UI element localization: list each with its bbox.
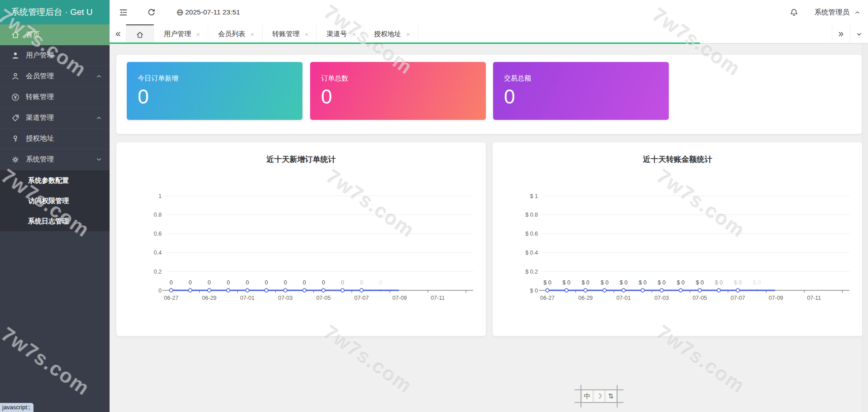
- tab-member-list[interactable]: 会员列表 ×: [208, 24, 263, 44]
- sidebar-item-auth-address[interactable]: 授权地址: [0, 128, 110, 149]
- svg-text:0: 0: [379, 279, 382, 286]
- chart-card-new-orders: 近十天新增订单统计 10.80.60.40.2006-2706-2907-010…: [116, 142, 486, 336]
- tabs-scroll-right-icon[interactable]: [832, 24, 850, 44]
- sidebar-item-label: 渠道管理: [26, 113, 54, 123]
- stat-value: 0: [504, 85, 515, 108]
- sidebar-item-users[interactable]: 用户管理: [0, 45, 110, 66]
- svg-text:07-03: 07-03: [278, 295, 293, 301]
- svg-text:$ 0: $ 0: [734, 279, 742, 286]
- tab-label: 渠道号: [326, 30, 347, 38]
- sidebar-item-label: 用户管理: [26, 51, 54, 60]
- swap-arrows-icon[interactable]: ⇅: [606, 390, 616, 402]
- svg-text:0: 0: [360, 279, 363, 286]
- user-icon: [11, 51, 20, 60]
- member-icon: [11, 72, 20, 81]
- chevron-up-icon: [96, 114, 102, 121]
- chevron-up-icon: [854, 9, 861, 16]
- svg-text:0: 0: [170, 279, 173, 286]
- stat-value: 0: [321, 85, 332, 108]
- close-icon[interactable]: ×: [250, 31, 254, 38]
- line-chart-transfer-amount: $ 1$ 0.8$ 0.6$ 0.4$ 0.2$ 006-2706-2907-0…: [493, 142, 863, 336]
- svg-text:0.8: 0.8: [154, 212, 162, 218]
- home-icon: [11, 30, 20, 39]
- stat-card-new-orders-today: 今日订单新增 0: [127, 62, 302, 120]
- tabs-menu-icon[interactable]: [850, 24, 868, 44]
- stat-card-total-orders: 订单总数 0: [310, 62, 486, 120]
- stamp-frame-line: [575, 402, 623, 403]
- sidebar-item-home[interactable]: 首页: [0, 24, 110, 45]
- close-icon[interactable]: ×: [305, 31, 309, 38]
- link-status-bubble: javascript:;: [0, 403, 34, 412]
- tag-icon: [11, 114, 20, 123]
- system-submenu: 系统参数配置 访问权限管理 系统日志管理: [0, 170, 110, 231]
- svg-text:$ 0: $ 0: [639, 279, 647, 286]
- svg-text:07-11: 07-11: [807, 295, 821, 301]
- tab-label: 用户管理: [164, 30, 191, 38]
- submenu-item-access-rights[interactable]: 访问权限管理: [0, 190, 110, 211]
- sidebar-item-members[interactable]: 会员管理: [0, 66, 110, 87]
- tab-channel-no[interactable]: 渠道号 ×: [317, 24, 364, 44]
- chart-title: 近十天新增订单统计: [116, 154, 486, 165]
- bell-icon[interactable]: [786, 5, 802, 20]
- stat-label: 今日订单新增: [138, 74, 178, 83]
- refresh-icon[interactable]: [144, 5, 159, 20]
- dark-mode-moon-icon[interactable]: ☽: [594, 390, 604, 402]
- svg-text:$ 0: $ 0: [600, 279, 608, 286]
- svg-text:$ 0: $ 0: [562, 279, 570, 286]
- stat-value: 0: [138, 85, 149, 108]
- tab-home[interactable]: [126, 24, 154, 44]
- svg-text:$ 0: $ 0: [530, 288, 538, 294]
- svg-text:07-01: 07-01: [616, 295, 631, 301]
- submenu-item-system-logs[interactable]: 系统日志管理: [0, 211, 110, 231]
- svg-text:06-27: 06-27: [540, 295, 555, 301]
- sidebar-collapse-icon[interactable]: [115, 5, 131, 20]
- tab-label: 转账管理: [273, 30, 300, 38]
- line-chart-new-orders: 10.80.60.40.2006-2706-2907-0107-0307-050…: [116, 142, 486, 336]
- chart-title: 近十天转账金额统计: [493, 154, 863, 165]
- submenu-item-system-params[interactable]: 系统参数配置: [0, 170, 110, 190]
- svg-text:07-07: 07-07: [731, 295, 745, 301]
- clock-display: 2025-07-11 23:51: [176, 8, 240, 16]
- svg-text:0: 0: [227, 279, 230, 286]
- app-title: 系统管理后台 · Get U: [0, 0, 110, 24]
- svg-text:06-27: 06-27: [164, 295, 178, 301]
- scrollbar[interactable]: [862, 44, 868, 412]
- stats-panel: 今日订单新增 0 订单总数 0 交易总额 0: [116, 55, 862, 134]
- svg-text:$ 1: $ 1: [530, 193, 538, 199]
- sidebar-item-label: 授权地址: [26, 134, 54, 143]
- svg-text:$ 0: $ 0: [677, 279, 685, 286]
- tab-users[interactable]: 用户管理 ×: [154, 24, 208, 44]
- key-icon: [11, 134, 20, 143]
- tab-auth-address[interactable]: 授权地址 ×: [364, 24, 418, 44]
- sidebar-item-channels[interactable]: 渠道管理: [0, 108, 110, 128]
- svg-text:$ 0: $ 0: [715, 279, 723, 286]
- datetime-text: 2025-07-11 23:51: [185, 8, 240, 16]
- tab-transfers[interactable]: 转账管理 ×: [263, 24, 317, 44]
- svg-text:07-03: 07-03: [654, 295, 669, 301]
- svg-text:07-09: 07-09: [769, 295, 783, 301]
- svg-text:$ 0: $ 0: [581, 279, 589, 286]
- sidebar-item-transfers[interactable]: 转账管理: [0, 87, 110, 108]
- sidebar-item-label: 会员管理: [26, 71, 54, 81]
- svg-text:0: 0: [189, 279, 192, 286]
- username-text: 系统管理员: [815, 8, 850, 17]
- stamp-frame-line: [617, 385, 618, 407]
- top-header: 2025-07-11 23:51 系统管理员: [110, 0, 868, 25]
- svg-text:$ 0.4: $ 0.4: [525, 250, 538, 256]
- svg-text:07-09: 07-09: [393, 295, 407, 301]
- sidebar-item-label: 系统管理: [26, 155, 54, 164]
- close-icon[interactable]: ×: [352, 31, 356, 38]
- close-icon[interactable]: ×: [406, 31, 410, 38]
- language-zh-button[interactable]: 中: [582, 390, 592, 402]
- tabs-scroll-left-icon[interactable]: [110, 24, 126, 44]
- globe-icon: [176, 9, 184, 16]
- svg-text:$ 0: $ 0: [696, 279, 704, 286]
- yen-circle-icon: [11, 93, 20, 102]
- close-icon[interactable]: ×: [196, 31, 200, 38]
- stat-label: 订单总数: [321, 74, 348, 83]
- sidebar-item-label: 转账管理: [26, 92, 54, 102]
- sidebar-item-system[interactable]: 系统管理: [0, 149, 110, 170]
- svg-text:0.6: 0.6: [154, 231, 162, 237]
- user-menu[interactable]: 系统管理员: [815, 8, 868, 17]
- svg-text:07-01: 07-01: [240, 295, 254, 301]
